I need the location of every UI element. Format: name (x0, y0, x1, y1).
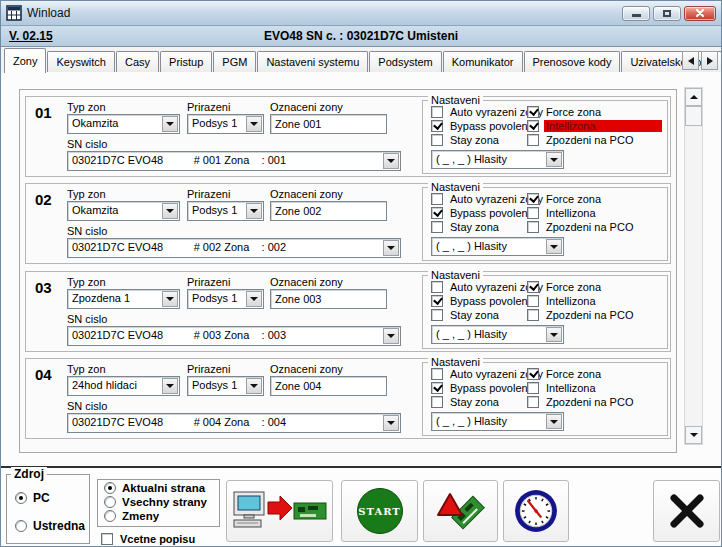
hlasity-combo[interactable]: ( _ , _ ) Hlasity (431, 325, 564, 344)
tab-scroll-right-button[interactable] (701, 51, 718, 70)
source-ustredna-radio[interactable] (15, 520, 27, 532)
intellizona-checkbox[interactable] (527, 382, 539, 394)
combo-dropdown-button[interactable] (546, 414, 562, 429)
stay-zona-checkbox[interactable] (431, 134, 443, 146)
stay-zona-checkbox[interactable] (431, 396, 443, 408)
source-pc-radio[interactable] (15, 492, 27, 504)
clock-button[interactable] (503, 480, 569, 542)
zones-scrollbar[interactable] (684, 87, 703, 445)
bypass-povolen-checkbox[interactable] (431, 382, 443, 394)
bypass-povolen-checkbox[interactable] (431, 295, 443, 307)
tab-scroll-left-button[interactable] (682, 51, 699, 70)
intellizona-checkbox[interactable] (527, 207, 539, 219)
stay-zona-checkbox[interactable] (431, 309, 443, 321)
combo-dropdown-button[interactable] (546, 327, 562, 342)
tab-pristup[interactable]: Pristup (160, 51, 212, 72)
verify-errors-button[interactable] (423, 480, 498, 542)
force-zona-checkbox[interactable] (527, 106, 539, 118)
tab-nastaveni-systemu[interactable]: Nastaveni systemu (257, 51, 368, 72)
sn-cislo-label: SN cislo (67, 225, 107, 237)
zpozdeni-pco-checkbox[interactable] (527, 221, 539, 233)
prirazeni-combo[interactable]: Podsys 1 (187, 289, 264, 309)
minimize-button[interactable] (622, 6, 650, 21)
tab-prenosove-kody[interactable]: Prenosove kody (524, 51, 621, 72)
chevron-down-icon (387, 159, 395, 163)
sn-cislo-combo[interactable]: 03021D7C EVO48 # 001 Zona : 001 (67, 151, 401, 171)
prirazeni-combo[interactable]: Podsys 1 (187, 376, 264, 396)
tab-pgm[interactable]: PGM (213, 51, 256, 72)
oznaceni-zony-input[interactable] (270, 376, 387, 396)
auto-vyrazeni-checkbox[interactable] (431, 281, 443, 293)
hlasity-combo[interactable]: ( _ , _ ) Hlasity (431, 237, 564, 256)
combo-dropdown-button[interactable] (246, 116, 262, 132)
typ-zon-combo[interactable]: Zpozdena 1 (67, 289, 180, 309)
force-zona-checkbox[interactable] (527, 368, 539, 380)
aktualni-strana-radio[interactable] (104, 482, 116, 494)
combo-dropdown-button[interactable] (162, 203, 178, 219)
send-to-panel-button[interactable] (226, 480, 333, 542)
combo-dropdown-button[interactable] (162, 116, 178, 132)
zpozdeni-pco-checkbox[interactable] (527, 396, 539, 408)
combo-dropdown-button[interactable] (162, 291, 178, 307)
scroll-down-button[interactable] (685, 426, 702, 444)
exit-button[interactable] (653, 480, 720, 542)
oznaceni-zony-input[interactable] (270, 201, 387, 221)
stay-zona-checkbox[interactable] (431, 221, 443, 233)
vcetne-popisu-checkbox[interactable] (101, 533, 113, 545)
start-button[interactable]: START (341, 480, 418, 542)
combo-dropdown-button[interactable] (246, 291, 262, 307)
arrow-right-icon (707, 57, 713, 65)
prirazeni-combo[interactable]: Podsys 1 (187, 201, 264, 221)
zone-row-03: 03 Typ zon Zpozdena 1 Prirazeni Podsys 1… (25, 271, 671, 352)
zdroj-group: Zdroj PC Ustredna (6, 474, 90, 544)
chevron-down-icon (387, 421, 395, 425)
combo-dropdown-button[interactable] (162, 378, 178, 394)
typ-zon-combo[interactable]: 24hod hlidaci (67, 376, 180, 396)
vsechny-strany-radio[interactable] (104, 496, 116, 508)
tab-zony[interactable]: Zony (4, 48, 46, 73)
combo-dropdown-button[interactable] (383, 415, 399, 431)
tab-page-zony: 01 Typ zon Okamzita Prirazeni Podsys 1 O… (1, 72, 721, 546)
scroll-up-button[interactable] (685, 88, 702, 106)
zpozdeni-pco-checkbox[interactable] (527, 309, 539, 321)
combo-dropdown-button[interactable] (546, 152, 562, 167)
combo-dropdown-button[interactable] (383, 328, 399, 344)
range-group: Aktualni strana Vsechny strany Zmeny (97, 479, 220, 527)
combo-dropdown-button[interactable] (383, 240, 399, 256)
intellizona-checkbox[interactable] (527, 120, 539, 132)
bypass-povolen-checkbox[interactable] (431, 120, 443, 132)
prirazeni-combo[interactable]: Podsys 1 (187, 114, 264, 134)
chevron-down-icon (166, 384, 174, 388)
sn-cislo-combo[interactable]: 03021D7C EVO48 # 002 Zona : 002 (67, 238, 401, 258)
intellizona-checkbox[interactable] (527, 295, 539, 307)
force-zona-checkbox[interactable] (527, 193, 539, 205)
hlasity-combo[interactable]: ( _ , _ ) Hlasity (431, 150, 564, 169)
scrollbar-thumb[interactable] (685, 106, 702, 126)
tab-komunikator[interactable]: Komunikator (443, 51, 523, 72)
restore-button[interactable] (653, 6, 681, 21)
combo-dropdown-button[interactable] (246, 203, 262, 219)
sn-cislo-combo[interactable]: 03021D7C EVO48 # 004 Zona : 004 (67, 413, 401, 433)
force-zona-checkbox[interactable] (527, 281, 539, 293)
oznaceni-zony-input[interactable] (270, 114, 387, 134)
combo-dropdown-button[interactable] (383, 153, 399, 169)
hlasity-combo[interactable]: ( _ , _ ) Hlasity (431, 412, 564, 431)
sn-cislo-combo[interactable]: 03021D7C EVO48 # 003 Zona : 003 (67, 326, 401, 346)
auto-vyrazeni-checkbox[interactable] (431, 368, 443, 380)
tab-podsystem[interactable]: Podsystem (369, 51, 441, 72)
zmeny-radio[interactable] (104, 510, 116, 522)
typ-zon-combo[interactable]: Okamzita (67, 114, 180, 134)
combo-dropdown-button[interactable] (246, 378, 262, 394)
combo-dropdown-button[interactable] (546, 239, 562, 254)
tab-keyswitch[interactable]: Keyswitch (47, 51, 115, 72)
typ-zon-combo[interactable]: Okamzita (67, 201, 180, 221)
bypass-povolen-checkbox[interactable] (431, 207, 443, 219)
auto-vyrazeni-checkbox[interactable] (431, 193, 443, 205)
tab-bar: Zony Keyswitch Casy Pristup PGM Nastaven… (1, 47, 721, 72)
tab-casy[interactable]: Casy (116, 51, 159, 72)
oznaceni-zony-input[interactable] (270, 289, 387, 309)
close-window-button[interactable] (684, 6, 716, 21)
zpozdeni-pco-checkbox[interactable] (527, 134, 539, 146)
auto-vyrazeni-checkbox[interactable] (431, 106, 443, 118)
oznaceni-zony-label: Oznaceni zony (270, 276, 343, 288)
